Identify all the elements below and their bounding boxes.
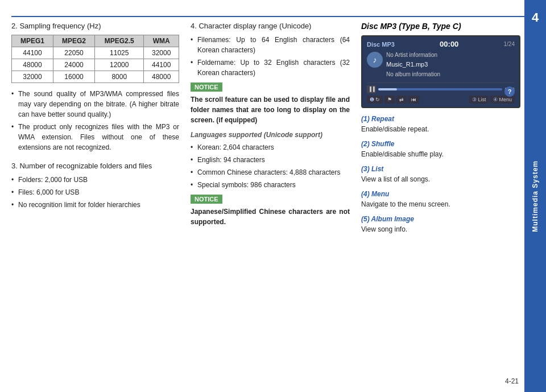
play-pause-btn[interactable]: ▐▐ bbox=[367, 85, 376, 93]
lang-section-title: Languages supported (Unicode support) bbox=[191, 131, 350, 139]
disc-bottom-row: ❶ ↻ ⚑ ⇄ ⏮ ③ List ④ Me bbox=[367, 96, 515, 104]
menu-label: Menu bbox=[499, 97, 512, 102]
btn-menu-num: ④ bbox=[493, 97, 498, 102]
char-range-bullets: Filenames: Up to 64 English characters (… bbox=[191, 35, 350, 78]
table-header-wma: WMA bbox=[144, 35, 179, 47]
table-cell: 44100 bbox=[12, 47, 53, 59]
disc-btn-menu[interactable]: ④ Menu bbox=[490, 96, 515, 104]
chapter-label: Multimedia System bbox=[531, 160, 539, 232]
list-item: Filenames: Up to 64 English characters (… bbox=[191, 35, 350, 55]
folders-files-bullets: Folders: 2,000 for USBFiles: 6,000 for U… bbox=[11, 175, 179, 210]
list-item: English: 94 characters bbox=[191, 155, 350, 165]
disc-btn-prev[interactable]: ⏮ bbox=[408, 96, 419, 104]
top-border bbox=[11, 16, 524, 17]
progress-bar bbox=[378, 88, 502, 90]
notice-label-1: NOTICE bbox=[191, 82, 222, 92]
table-cell: 8000 bbox=[95, 71, 144, 83]
feature-item: (4) MenuNavigate to the menu screen. bbox=[361, 190, 520, 209]
list-item: Special symbols: 986 characters bbox=[191, 180, 350, 190]
table-header-mpeg2: MPEG2 bbox=[53, 35, 95, 47]
disc-track: 1/24 bbox=[504, 41, 515, 47]
list-label: List bbox=[478, 97, 486, 102]
section2-title: 2. Sampling frequency (Hz) bbox=[11, 22, 179, 30]
feature-item: (2) ShuffleEnable/disable shuffle play. bbox=[361, 140, 520, 159]
table-cell: 12000 bbox=[95, 59, 144, 71]
shuffle-icon: ⇄ bbox=[399, 97, 404, 102]
features-list: (1) RepeatEnable/disable repeat.(2) Shuf… bbox=[361, 115, 520, 234]
table-cell: 48000 bbox=[144, 71, 179, 83]
section4-title: 4. Character display range (Unicode) bbox=[191, 22, 350, 30]
table-cell: 16000 bbox=[53, 71, 95, 83]
disc-btn-list[interactable]: ③ List bbox=[469, 96, 489, 104]
list-item: Common Chinese characters: 4,888 charact… bbox=[191, 167, 350, 178]
prev-icon: ⏮ bbox=[411, 97, 416, 102]
feature-desc: View song info. bbox=[361, 224, 520, 234]
frequency-table: MPEG1 MPEG2 MPEG2.5 WMA 4410022050110253… bbox=[11, 35, 179, 83]
notice-block-2: NOTICE Japanese/Simplified Chinese chara… bbox=[191, 195, 350, 227]
table-cell: 32000 bbox=[12, 71, 53, 83]
list-item: The product only recognizes files with t… bbox=[11, 122, 179, 152]
disc-btn-shuffle[interactable]: ⇄ bbox=[396, 96, 407, 104]
flag-icon: ⚑ bbox=[387, 97, 392, 102]
table-cell: 24000 bbox=[53, 59, 95, 71]
table-cell: 22050 bbox=[53, 47, 95, 59]
notice-text-1: The scroll feature can be used to displa… bbox=[191, 94, 350, 125]
feature-label: (1) Repeat bbox=[361, 115, 520, 123]
feature-item: (1) RepeatEnable/disable repeat. bbox=[361, 115, 520, 134]
disc-label: Disc MP3 bbox=[367, 41, 395, 48]
section3-title: 3. Number of recognizable folders and fi… bbox=[11, 162, 179, 170]
disc-music-icon: ♪ bbox=[367, 52, 383, 68]
table-header-mpeg1: MPEG1 bbox=[12, 35, 53, 47]
notice-label-2: NOTICE bbox=[191, 195, 222, 204]
disc-btn-1[interactable]: ❶ ↻ bbox=[367, 96, 383, 104]
list-item: No recognition limit for folder hierarch… bbox=[11, 200, 179, 210]
disc-info-row: ♪ No Artist information Music_R1.mp3 No … bbox=[367, 51, 515, 79]
disc-screen: Disc MP3 00:00 1/24 ♪ No Artist informat… bbox=[361, 35, 520, 108]
feature-item: (3) ListView a list of all songs. bbox=[361, 165, 520, 184]
disc-question-icon: ? bbox=[504, 86, 515, 97]
notice-text-2: Japanese/Simplified Chinese characters a… bbox=[191, 207, 350, 227]
disc-info-text: No Artist information Music_R1.mp3 No al… bbox=[386, 51, 515, 79]
feature-label: (4) Menu bbox=[361, 190, 520, 198]
feature-label: (5) Album Image bbox=[361, 215, 520, 223]
feature-label: (3) List bbox=[361, 165, 520, 173]
chapter-number: 4 bbox=[532, 10, 539, 25]
list-item: Foldername: Up to 32 English characters … bbox=[191, 57, 350, 78]
notice-block-1: NOTICE The scroll feature can be used to… bbox=[191, 82, 350, 125]
table-cell: 32000 bbox=[144, 47, 179, 59]
feature-desc: View a list of all songs. bbox=[361, 174, 520, 184]
left-column: 2. Sampling frequency (Hz) MPEG1 MPEG2 M… bbox=[11, 22, 179, 375]
main-content: 2. Sampling frequency (Hz) MPEG1 MPEG2 M… bbox=[11, 22, 520, 375]
sound-quality-bullets: The sound quality of MP3/WMA compressed … bbox=[11, 89, 179, 152]
btn1-num: ❶ bbox=[370, 97, 374, 102]
feature-item: (5) Album ImageView song info. bbox=[361, 215, 520, 234]
table-cell: 11025 bbox=[95, 47, 144, 59]
feature-desc: Enable/disable repeat. bbox=[361, 124, 520, 134]
list-item: The sound quality of MP3/WMA compressed … bbox=[11, 89, 179, 119]
table-cell: 48000 bbox=[12, 59, 53, 71]
list-item: Korean: 2,604 characters bbox=[191, 142, 350, 152]
no-album-text: No album information bbox=[386, 70, 515, 79]
no-artist-text: No Artist information bbox=[386, 51, 515, 60]
btn-list-num: ③ bbox=[472, 97, 477, 102]
middle-column: 4. Character display range (Unicode) Fil… bbox=[191, 22, 350, 375]
feature-label: (2) Shuffle bbox=[361, 140, 520, 148]
btn1-icon: ↻ bbox=[375, 97, 380, 102]
table-header-mpeg25: MPEG2.5 bbox=[95, 35, 144, 47]
disc-title: Disc MP3 (Type B, Type C) bbox=[361, 22, 520, 31]
chapter-sidebar: 4 Multimedia System bbox=[524, 0, 546, 392]
lang-bullets: Korean: 2,604 charactersEnglish: 94 char… bbox=[191, 142, 350, 190]
page-number: 4-21 bbox=[505, 377, 519, 385]
disc-screen-header: Disc MP3 00:00 1/24 bbox=[367, 40, 515, 48]
list-item: Files: 6,000 for USB bbox=[11, 187, 179, 197]
feature-desc: Enable/disable shuffle play. bbox=[361, 149, 520, 159]
track-name: Music_R1.mp3 bbox=[386, 60, 515, 70]
list-item: Folders: 2,000 for USB bbox=[11, 175, 179, 185]
disc-btn-flag[interactable]: ⚑ bbox=[384, 96, 395, 104]
disc-controls: ▐▐ 0:03 bbox=[367, 82, 515, 93]
right-column: Disc MP3 (Type B, Type C) Disc MP3 00:00… bbox=[361, 22, 520, 375]
feature-desc: Navigate to the menu screen. bbox=[361, 199, 520, 209]
table-cell: 44100 bbox=[144, 59, 179, 71]
disc-time: 00:00 bbox=[440, 40, 458, 48]
